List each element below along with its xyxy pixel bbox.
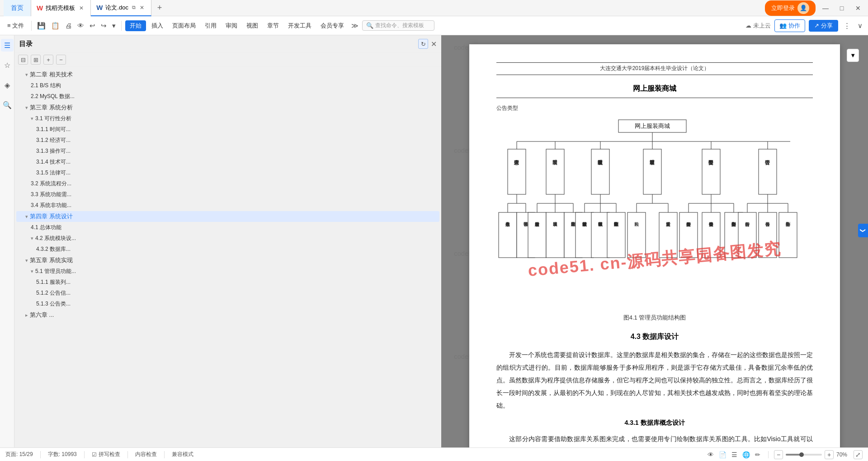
- toc-remove-heading[interactable]: −: [56, 55, 66, 65]
- toc-item-s313[interactable]: 3.1.3 操作可...: [16, 146, 439, 156]
- toc-label-ch5: 第五章 系统实现: [30, 256, 73, 264]
- new-tab-button[interactable]: +: [153, 2, 166, 14]
- toc-add-heading[interactable]: +: [43, 55, 53, 65]
- search-box[interactable]: 🔍 查找命令、搜索模板: [362, 20, 434, 31]
- toc-item-s22[interactable]: 2.2 MySQL 数据...: [16, 91, 439, 102]
- filter-button[interactable]: ▼: [847, 49, 859, 62]
- toc-refresh-btn[interactable]: ↻: [418, 39, 428, 49]
- toc-item-s42[interactable]: ▾ 4.2 系统模块设...: [16, 233, 439, 244]
- minimize-button[interactable]: —: [819, 2, 832, 14]
- view-edit-icon[interactable]: ✏: [753, 450, 763, 460]
- toc-label-s33: 3.3 系统功能需...: [31, 191, 71, 198]
- tab-section[interactable]: 章节: [264, 20, 283, 31]
- toolbar-icon-preview[interactable]: 👁: [75, 20, 86, 31]
- doc-tab[interactable]: W 论文.doc ⧉ ✕: [91, 0, 151, 16]
- toc-item-s314[interactable]: 3.1.4 技术可...: [16, 157, 439, 167]
- doc-tab-label: 论文.doc: [105, 4, 128, 12]
- toc-label-s42: 4.2 系统模块设...: [35, 235, 76, 242]
- view-outline-icon[interactable]: ☰: [729, 450, 739, 460]
- toc-close-button[interactable]: ✕: [431, 40, 437, 48]
- toc-item-s511[interactable]: 5.1.1 服装列...: [16, 277, 439, 287]
- maximize-button[interactable]: □: [835, 2, 848, 14]
- title-bar-controls: 立即登录 👤 — □ ✕: [765, 0, 864, 16]
- toolbar-icon-redo[interactable]: ↪: [99, 20, 108, 32]
- toc-item-s311[interactable]: 3.1.1 时间可...: [16, 124, 439, 135]
- toc-item-ch6[interactable]: ▸ 第六章 ...: [16, 310, 439, 320]
- template-tab[interactable]: W 找稻壳模板 ✕: [31, 0, 91, 16]
- toc-item-s51[interactable]: ▾ 5.1 管理员功能...: [16, 266, 439, 277]
- toc-panel: 目录 ↻ ✕ ⊟ ⊞ + − ▾ 第二章 相关技术 2.1 B/S 结构 2.2…: [14, 35, 441, 447]
- svg-rect-11: [591, 149, 609, 194]
- toc-label-s311: 3.1.1 时间可...: [36, 126, 71, 133]
- toolbar-icon-template[interactable]: 📋: [49, 20, 61, 32]
- svg-rect-78: [759, 212, 777, 258]
- toolbar-right: ☁ 未上云 👥 协作 ↗ 分享 ⋮ ∨: [745, 19, 864, 32]
- svg-rect-46: [576, 212, 594, 258]
- toc-expand-all[interactable]: ⊟: [18, 55, 28, 65]
- zoom-in-button[interactable]: +: [825, 450, 834, 459]
- toc-label-ch3: 第三章 系统分析: [30, 103, 73, 112]
- toc-item-s315[interactable]: 3.1.5 法律可...: [16, 168, 439, 178]
- share-button[interactable]: ↗ 分享: [809, 20, 838, 32]
- spell-check-label: 拼写检查: [99, 451, 120, 458]
- toc-item-s41[interactable]: 4.1 总体功能: [16, 222, 439, 233]
- zoom-slider[interactable]: [786, 454, 822, 456]
- tab-member[interactable]: 会员专享: [317, 20, 348, 31]
- toolbar-more-button[interactable]: ⋮: [842, 20, 852, 32]
- toc-item-s512[interactable]: 5.1.2 公告信...: [16, 288, 439, 298]
- side-tab-button[interactable]: ❯: [858, 224, 868, 237]
- doc-tab-restore[interactable]: ⧉: [132, 5, 136, 10]
- view-web-icon[interactable]: 🌐: [741, 450, 751, 460]
- tab-reference[interactable]: 引用: [201, 20, 220, 31]
- file-menu[interactable]: ≡ 文件: [4, 20, 28, 31]
- toc-collapse-all[interactable]: ⊞: [31, 55, 41, 65]
- zoom-fullscreen-button[interactable]: ⤢: [854, 450, 863, 459]
- tab-insert[interactable]: 插入: [148, 20, 167, 31]
- toc-item-s34[interactable]: 3.4 系统非功能...: [16, 200, 439, 211]
- sidebar-icon-bookmark[interactable]: ☆: [1, 59, 14, 71]
- toolbar-member-icon[interactable]: ≫: [349, 20, 360, 32]
- sidebar-icon-toc[interactable]: ☰: [1, 39, 14, 52]
- close-button[interactable]: ✕: [852, 2, 864, 14]
- toolbar-icon-undo[interactable]: ↩: [88, 20, 97, 32]
- view-page-icon[interactable]: 📄: [717, 450, 727, 460]
- toc-item-ch5[interactable]: ▾ 第五章 系统实现: [16, 255, 439, 266]
- cloud-save-button[interactable]: ☁ 未上云: [745, 22, 771, 30]
- toc-item-s312[interactable]: 3.1.2 经济可...: [16, 135, 439, 146]
- toc-label-s51: 5.1 管理员功能...: [35, 268, 76, 275]
- home-tab[interactable]: 首页: [4, 0, 31, 16]
- toolbar: ≡ 文件 💾 📋 🖨 👁 ↩ ↪ ▾ 开始 插入 页面布局 引用 审阅 视图 章…: [0, 16, 868, 35]
- toolbar-expand-button[interactable]: ∨: [856, 20, 864, 32]
- tab-start[interactable]: 开始: [125, 20, 146, 31]
- toc-item-s432[interactable]: 4.3.2 数据库...: [16, 244, 439, 254]
- doc-tab-close[interactable]: ✕: [138, 4, 146, 11]
- toc-item-s513[interactable]: 5.1.3 公告类...: [16, 299, 439, 309]
- toc-item-s31[interactable]: ▾ 3.1 可行性分析: [16, 113, 439, 124]
- zoom-out-button[interactable]: −: [774, 450, 783, 459]
- tab-layout[interactable]: 页面布局: [169, 20, 199, 31]
- template-tab-close[interactable]: ✕: [78, 5, 85, 12]
- toc-item-ch3[interactable]: ▾ 第三章 系统分析: [16, 102, 439, 113]
- view-read-icon[interactable]: 👁: [706, 450, 716, 460]
- toolbar-icon-print[interactable]: 🖨: [63, 20, 74, 31]
- toc-item-s21[interactable]: 2.1 B/S 结构: [16, 80, 439, 91]
- login-button[interactable]: 立即登录 👤: [765, 0, 816, 16]
- toc-item-ch2[interactable]: ▾ 第二章 相关技术: [16, 69, 439, 80]
- toc-item-ch4[interactable]: ▾ 第四章 系统设计: [16, 211, 439, 222]
- toolbar-icon-save[interactable]: 💾: [35, 20, 47, 32]
- page-header-text: 大连交通大学2019届本科生毕业设计（论文）: [600, 65, 710, 71]
- content-check-status[interactable]: 内容检查: [135, 451, 157, 458]
- toolbar-icon-more-undo[interactable]: ▾: [110, 20, 118, 32]
- toc-item-s32[interactable]: 3.2 系统流程分...: [16, 179, 439, 189]
- tab-view[interactable]: 视图: [243, 20, 262, 31]
- tab-devtools[interactable]: 开发工具: [284, 20, 315, 31]
- toc-item-s33[interactable]: 3.3 系统功能需...: [16, 189, 439, 200]
- sidebar-icon-nav[interactable]: ◈: [1, 79, 14, 91]
- tab-review[interactable]: 审阅: [222, 20, 241, 31]
- spell-check-status[interactable]: ☑ 拼写检查: [92, 451, 120, 458]
- toc-label-s314: 3.1.4 技术可...: [36, 158, 71, 166]
- sidebar-icon-search[interactable]: 🔍: [1, 99, 14, 111]
- toolbar-sep-2: [121, 21, 122, 31]
- collaborate-button[interactable]: 👥 协作: [774, 19, 805, 32]
- toc-label-s41: 4.1 总体功能: [31, 224, 61, 231]
